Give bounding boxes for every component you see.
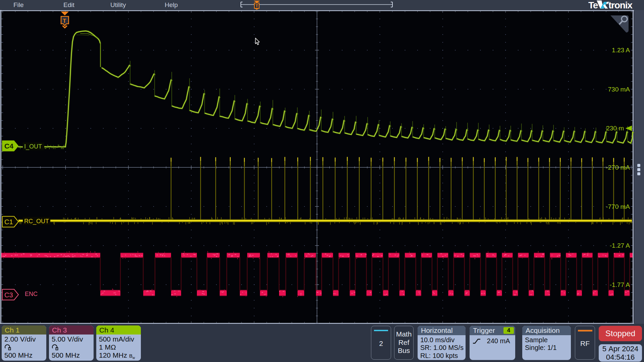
svg-text:tronix: tronix [608, 0, 633, 10]
svg-text:C3: C3 [4, 291, 13, 299]
svg-text:RC_OUT: RC_OUT [24, 218, 49, 225]
svg-text:I_OUT: I_OUT [24, 143, 42, 150]
svg-text:T: T [256, 3, 259, 8]
svg-text:-1.77 A: -1.77 A [610, 281, 630, 288]
svg-text:-270 mA: -270 mA [606, 164, 630, 171]
svg-text:730 mA: 730 mA [608, 86, 630, 93]
svg-text:ENC: ENC [25, 291, 38, 297]
svg-text:C1: C1 [4, 218, 13, 226]
svg-text:230 m: 230 m [606, 125, 624, 132]
svg-text:C4: C4 [4, 142, 13, 150]
svg-text:-770 mA: -770 mA [606, 203, 630, 210]
svg-text:T: T [63, 18, 66, 24]
svg-text:-1.27 A: -1.27 A [610, 242, 630, 249]
svg-text:Te: Te [588, 0, 598, 10]
svg-text:1.23 A: 1.23 A [612, 47, 630, 54]
